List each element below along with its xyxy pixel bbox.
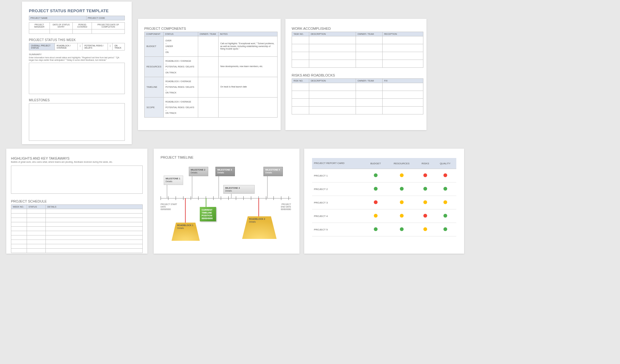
summary-hint: Enter information here about overall sta… (29, 56, 125, 61)
status-dot (417, 223, 434, 236)
th: WEEK NO. (11, 204, 27, 209)
sep: | (108, 43, 113, 50)
th: FIX (383, 79, 423, 83)
col-pm: PROJECT MANAGER (29, 23, 50, 29)
th: DESCRIPTION (309, 79, 356, 83)
th-quality: QUALITY (434, 158, 456, 169)
component-cell: BUDGET (145, 36, 164, 57)
page-title: PROJECT STATUS REPORT TEMPLATE (29, 8, 125, 13)
page-work-risks: WORK ACCOMPLISHED TASK NO. DESCRIPTION O… (285, 19, 427, 130)
roadblock-1: ROADBLOCK 1Details (172, 223, 200, 241)
sep: | (78, 43, 82, 50)
roadblock-2: ROADBLOCK 2Details (242, 216, 277, 239)
status-dot (417, 182, 434, 196)
status-dot (365, 209, 387, 223)
milestone-4: MILESTONE 4Details (223, 185, 255, 194)
th: TASK NO. (292, 32, 309, 36)
project-name: PROJECT 2 (312, 182, 365, 196)
th-owner: OWNER / TEAM (198, 32, 218, 36)
th: STATUS (27, 204, 46, 209)
th: RISK NO. (292, 79, 309, 83)
milestones-heading: MILESTONES (29, 98, 125, 102)
schedule-table: WEEK NO. STATUS DETAILS (11, 204, 143, 253)
th-status: STATUS (163, 32, 198, 36)
owner-cell[interactable] (198, 36, 218, 57)
project-name: PROJECT 4 (312, 209, 365, 223)
th-notes: NOTES (218, 32, 277, 36)
highlights-hint: Bullets of great work, who owns what, wh… (11, 161, 143, 164)
col-period: PERIOD COVERED (73, 23, 92, 29)
notes-cell: Call out highlights: "Exceptional work,"… (218, 36, 277, 57)
th-resources: RESOURCES (386, 158, 416, 169)
roadblock-1-line (185, 198, 186, 223)
th: OWNER / TEAM (356, 79, 383, 83)
status-dot (434, 223, 456, 236)
report-card-table: PROJECT REPORT CARD BUDGET RESOURCES RIS… (312, 158, 456, 236)
milestones-box[interactable] (29, 103, 125, 141)
th: RECEPTION (383, 32, 423, 36)
owner-cell[interactable] (198, 77, 218, 97)
status-dot (386, 196, 416, 209)
status-dot (417, 169, 434, 182)
project-meta-1: PROJECT NAME PROJECT CODE (29, 16, 125, 20)
page-title: PROJECT COMPONENTS (144, 27, 278, 30)
status-dot (434, 209, 456, 223)
timeline-canvas: MILESTONE 1Details MILESTONE 2Details MI… (161, 161, 296, 245)
status-cell: ROADBLOCK / OVERAGE–POTENTIAL RISKS / DE… (163, 77, 198, 97)
component-cell: RESOURCES (145, 56, 164, 77)
status-dot (386, 223, 416, 236)
notes-cell: New developments, new team members, etc. (218, 56, 277, 77)
risks-title: RISKS AND ROADBLOCKS (292, 73, 423, 77)
current-position: CURRENTTIMELINEPOSITION00/00/0000 (200, 207, 216, 221)
component-cell: TIMELINE (145, 77, 164, 97)
status-cell: OVER–UNDER–ON (163, 36, 198, 57)
component-cell: SCOPE (145, 97, 164, 118)
milestone-3: MILESTONE 3Details (215, 167, 235, 176)
milestone-2: MILESTONE 2Details (189, 167, 208, 176)
roadblock-2-line (258, 198, 259, 217)
section-status-week: PROJECT STATUS THIS WEEK (29, 38, 125, 42)
owner-cell[interactable] (198, 97, 218, 118)
page-timeline: PROJECT TIMELINE MILESTONE 1Details MILE… (154, 149, 299, 254)
status-cell: ROADBLOCK / OVERAGE–POTENTIAL RISKS / DE… (163, 56, 198, 77)
status-dot (365, 169, 387, 182)
status-dot (417, 196, 434, 209)
end-date: PROJECTEND DATE00/00/0000 (281, 203, 291, 211)
th-risks: RISKS (417, 158, 434, 169)
th-budget: BUDGET (365, 158, 387, 169)
status-dot (365, 196, 387, 209)
start-date: PROJECT STARTDATE00/00/0000 (161, 203, 177, 211)
status-dot (434, 169, 456, 182)
current-line (206, 198, 206, 208)
highlights-box[interactable] (11, 166, 143, 194)
status-dot (365, 223, 387, 236)
schedule-title: PROJECT SCHEDULE (11, 199, 143, 203)
page-status-report: PROJECT STATUS REPORT TEMPLATE PROJECT N… (22, 2, 132, 144)
components-table: COMPONENT STATUS OWNER / TEAM NOTES BUDG… (144, 32, 278, 118)
status-dot (386, 182, 416, 196)
project-meta-2: PROJECT MANAGER DATE OF STATUS ENTRY PER… (29, 22, 125, 34)
page-highlights-schedule: HIGHLIGHTS AND KEY TAKEAWAYS Bullets of … (6, 149, 147, 254)
highlights-title: HIGHLIGHTS AND KEY TAKEAWAYS (11, 156, 143, 160)
work-title: WORK ACCOMPLISHED (292, 27, 423, 30)
work-table: TASK NO. DESCRIPTION OWNER / TEAM RECEPT… (292, 32, 423, 68)
project-name: PROJECT 5 (312, 223, 365, 236)
owner-cell[interactable] (198, 56, 218, 77)
th-project: PROJECT REPORT CARD (312, 158, 365, 169)
label-project-code: PROJECT CODE (87, 16, 125, 20)
col-proj-date: PROJECTED DATE OF COMPLETION (92, 23, 125, 29)
status-risks: POTENTIAL RISKS / DELAYS (82, 43, 108, 50)
status-overall: OVERALL PROJECT STATUS (29, 43, 55, 50)
status-dot (386, 169, 416, 182)
status-dot (434, 182, 456, 196)
status-roadblock: ROADBLOCK / OVERAGE (55, 43, 78, 50)
project-name: PROJECT 1 (312, 169, 365, 182)
label-project-name: PROJECT NAME (29, 16, 87, 20)
status-dot (365, 182, 387, 196)
th: DESCRIPTION (309, 32, 356, 36)
timeline-title: PROJECT TIMELINE (161, 156, 296, 159)
summary-box[interactable] (29, 63, 125, 94)
th: OWNER / TEAM (356, 32, 383, 36)
notes-cell (218, 97, 277, 118)
risks-table: RISK NO. DESCRIPTION OWNER / TEAM FIX (292, 78, 423, 114)
